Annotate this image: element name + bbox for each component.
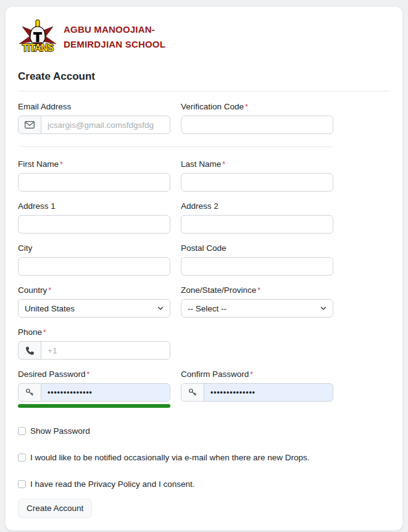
required-asterisk: * (43, 328, 46, 337)
verification-code-input[interactable] (181, 116, 333, 134)
brand-header: TITANS AGBU MANOOJIAN- DEMIRDJIAN SCHOOL (18, 19, 390, 54)
notify-label: I would like to be notified occasionally… (30, 453, 309, 462)
svg-text:TITANS: TITANS (22, 43, 54, 53)
show-password-row: Show Password (18, 426, 333, 436)
address1-input[interactable] (18, 215, 170, 234)
desired-password-label: Desired Password* (18, 369, 170, 379)
desired-password-input[interactable] (41, 383, 170, 402)
desired-password-group (18, 383, 170, 402)
school-name-line1: AGBU MANOOJIAN- (64, 22, 165, 36)
show-password-checkbox[interactable] (18, 427, 26, 435)
show-password-label: Show Password (30, 426, 90, 436)
phone-addon (18, 341, 41, 360)
required-asterisk: * (245, 103, 248, 111)
notify-checkbox[interactable] (18, 454, 26, 462)
postal-code-input[interactable] (181, 257, 333, 276)
city-field: City (18, 243, 170, 276)
required-asterisk: * (250, 370, 253, 379)
city-label: City (18, 243, 170, 253)
confirm-password-input[interactable] (204, 383, 333, 402)
required-asterisk: * (48, 286, 51, 295)
country-select[interactable]: United States (18, 299, 170, 318)
school-name-line2: DEMIRDJIAN SCHOOL (64, 37, 165, 51)
phone-field: Phone* (18, 327, 170, 360)
zone-field: Zone/State/Province* -- Select -- (181, 285, 333, 318)
privacy-label: I have read the Privacy Policy and I con… (30, 479, 194, 489)
required-asterisk: * (87, 370, 90, 379)
last-name-field: Last Name* (181, 159, 333, 192)
confirm-password-field: Confirm Password* (181, 369, 333, 408)
confirm-password-group (181, 383, 333, 402)
verification-code-field: Verification Code* (181, 102, 333, 134)
last-name-label: Last Name* (181, 159, 333, 169)
postal-code-label: Postal Code (181, 243, 333, 253)
zone-select[interactable]: -- Select -- (181, 299, 333, 318)
notify-row: I would like to be notified occasionally… (18, 453, 333, 462)
email-input[interactable] (41, 116, 170, 134)
phone-icon (26, 347, 34, 355)
titans-spartan-logo-icon: TITANS (18, 19, 57, 54)
required-asterisk: * (60, 160, 63, 169)
desired-password-field: Desired Password* (18, 369, 170, 408)
verification-code-label: Verification Code* (181, 102, 333, 111)
country-select-wrap: United States (18, 299, 170, 318)
country-label: Country* (18, 285, 170, 295)
email-label: Email Address (18, 102, 170, 111)
password-addon (18, 383, 41, 402)
address2-label: Address 2 (181, 201, 333, 211)
first-name-input[interactable] (18, 173, 170, 192)
city-input[interactable] (18, 257, 170, 276)
address1-field: Address 1 (18, 201, 170, 234)
row-email-verification: Email Address Verification Code* (18, 102, 333, 134)
create-account-form: Email Address Verification Code* (18, 102, 333, 518)
last-name-input[interactable] (181, 173, 333, 192)
row-name: First Name* Last Name* (18, 159, 333, 192)
key-icon (188, 388, 197, 397)
address1-label: Address 1 (18, 201, 170, 211)
first-name-field: First Name* (18, 159, 170, 192)
section-divider (18, 146, 333, 147)
create-account-card: TITANS AGBU MANOOJIAN- DEMIRDJIAN SCHOOL… (5, 6, 403, 531)
address2-input[interactable] (181, 215, 333, 234)
zone-label: Zone/State/Province* (181, 285, 333, 295)
envelope-icon (25, 121, 35, 129)
key-icon (25, 388, 34, 397)
password-addon (181, 383, 204, 402)
phone-label: Phone* (18, 327, 170, 337)
email-addon (18, 116, 41, 134)
confirm-password-label: Confirm Password* (181, 369, 333, 379)
row-country-zone: Country* United States Zone/State/Provin… (18, 285, 333, 318)
postal-code-field: Postal Code (181, 243, 333, 276)
address2-field: Address 2 (181, 201, 333, 234)
phone-input[interactable] (41, 341, 170, 360)
row-phone: Phone* (18, 327, 333, 360)
create-account-button[interactable]: Create Account (18, 499, 92, 518)
privacy-checkbox[interactable] (18, 480, 26, 488)
email-input-group (18, 116, 170, 134)
password-strength-bar (18, 404, 170, 408)
page-title: Create Account (18, 70, 390, 83)
required-asterisk: * (257, 286, 260, 295)
email-field: Email Address (18, 102, 170, 134)
first-name-label: First Name* (18, 159, 170, 169)
row-passwords: Desired Password* Confirm Password* (18, 369, 333, 408)
country-field: Country* United States (18, 285, 170, 318)
phone-input-group (18, 341, 170, 360)
row-address: Address 1 Address 2 (18, 201, 333, 234)
required-asterisk: * (222, 160, 225, 169)
privacy-policy-link[interactable]: Privacy Policy (88, 479, 140, 489)
privacy-row: I have read the Privacy Policy and I con… (18, 479, 333, 489)
heading-divider (18, 91, 390, 91)
row-city-postal: City Postal Code (18, 243, 333, 276)
school-name: AGBU MANOOJIAN- DEMIRDJIAN SCHOOL (64, 22, 165, 51)
zone-select-wrap: -- Select -- (181, 299, 333, 318)
